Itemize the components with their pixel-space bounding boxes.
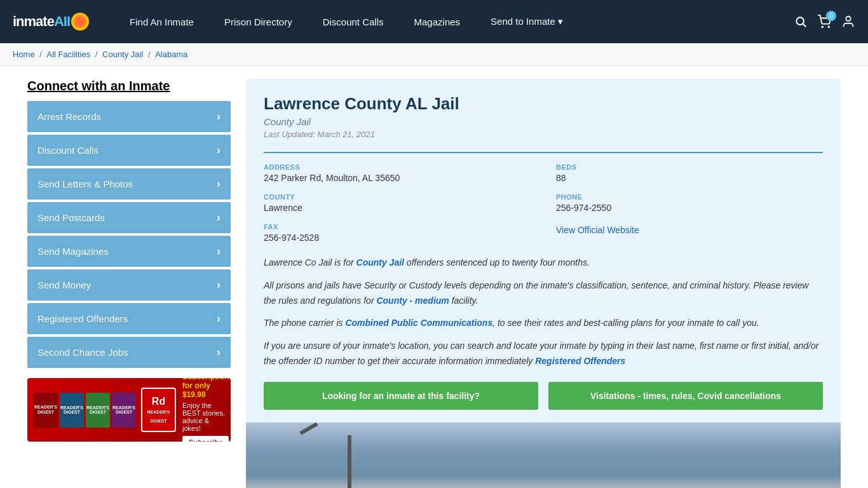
ad-title: 1 Year Subscription for only $19.98 bbox=[182, 378, 229, 399]
sidebar-menu: Arrest Records › Discount Calls › Send L… bbox=[27, 101, 231, 368]
sidebar-arrow-icon: › bbox=[217, 144, 220, 157]
sidebar-item-label: Second Chance Jobs bbox=[37, 347, 128, 358]
sidebar-advertisement: READER'SDIGEST READER'SDIGEST READER'SDI… bbox=[27, 378, 231, 442]
facility-subtitle: County Jail bbox=[264, 116, 823, 127]
find-inmate-button[interactable]: Looking for an inmate at this facility? bbox=[264, 382, 538, 410]
official-website-link[interactable]: View Official Website bbox=[556, 225, 639, 235]
cart-badge: 0 bbox=[826, 11, 836, 21]
ad-subscribe-button[interactable]: Subscribe Now bbox=[182, 436, 229, 442]
ad-description: Enjoy the BEST stories, advice & jokes! bbox=[182, 402, 229, 432]
nav-prison-directory[interactable]: Prison Directory bbox=[209, 0, 308, 43]
sidebar-arrow-icon: › bbox=[217, 346, 220, 359]
sidebar-item-send-letters[interactable]: Send Letters & Photos › bbox=[27, 168, 231, 200]
facility-last-updated: Last Updated: March 21, 2021 bbox=[264, 130, 823, 139]
breadcrumb-sep-2: / bbox=[95, 50, 100, 59]
breadcrumb: Home / All Facilities / County Jail / Al… bbox=[0, 43, 868, 66]
nav-magazines[interactable]: Magazines bbox=[399, 0, 476, 43]
cart-button[interactable]: 0 bbox=[817, 15, 831, 29]
sidebar-item-discount-calls[interactable]: Discount Calls › bbox=[27, 135, 231, 166]
ad-rd-logo: RdREADER'SDIGEST bbox=[141, 388, 176, 432]
phone-label: PHONE bbox=[556, 193, 823, 201]
photo-arm bbox=[300, 423, 318, 435]
sidebar-arrow-icon: › bbox=[217, 278, 220, 292]
user-icon bbox=[841, 15, 855, 29]
desc-para-2: All prisons and jails have Security or C… bbox=[264, 278, 823, 309]
logo[interactable]: inmateAII bbox=[13, 13, 89, 30]
beds-label: BEDS bbox=[556, 163, 823, 171]
sidebar-item-label: Send Postcards bbox=[37, 212, 105, 223]
detail-website: View Official Website bbox=[556, 223, 823, 243]
svg-point-2 bbox=[822, 26, 823, 27]
county-jail-link[interactable]: County Jail bbox=[356, 257, 404, 268]
sidebar-item-send-postcards[interactable]: Send Postcards › bbox=[27, 202, 231, 233]
photo-pole bbox=[348, 435, 351, 488]
sidebar-item-label: Arrest Records bbox=[37, 111, 101, 122]
sidebar-item-label: Discount Calls bbox=[37, 145, 98, 156]
sidebar-arrow-icon: › bbox=[217, 110, 220, 123]
breadcrumb-sep-1: / bbox=[39, 50, 44, 59]
search-button[interactable] bbox=[794, 15, 807, 28]
facility-details-grid: ADDRESS 242 Parker Rd, Moulton, AL 35650… bbox=[264, 152, 823, 243]
svg-point-0 bbox=[796, 17, 804, 25]
logo-icon bbox=[71, 13, 89, 30]
phone-carrier-link[interactable]: Combined Public Communications bbox=[345, 318, 492, 328]
breadcrumb-county-jail[interactable]: County Jail bbox=[102, 50, 143, 59]
navbar: inmateAII Find An Inmate Prison Director… bbox=[0, 0, 868, 43]
svg-point-3 bbox=[828, 26, 829, 27]
ad-content: 1 Year Subscription for only $19.98 Enjo… bbox=[182, 378, 229, 442]
ad-cover-2: READER'SDIGEST bbox=[60, 393, 84, 428]
visitations-button[interactable]: Visitations - times, rules, Covid cancel… bbox=[548, 382, 823, 410]
desc-para-3: The phone carrier is Combined Public Com… bbox=[264, 316, 823, 331]
sidebar-item-second-chance-jobs[interactable]: Second Chance Jobs › bbox=[27, 337, 231, 368]
address-label: ADDRESS bbox=[264, 163, 531, 171]
sidebar-item-arrest-records[interactable]: Arrest Records › bbox=[27, 101, 231, 132]
nav-discount-calls[interactable]: Discount Calls bbox=[308, 0, 399, 43]
facility-photo bbox=[246, 423, 841, 488]
facility-title: Lawrence County AL Jail bbox=[264, 94, 823, 114]
main-container: Connect with an Inmate Arrest Records › … bbox=[15, 66, 853, 488]
website-value: View Official Website bbox=[556, 225, 823, 235]
nav-icons: 0 bbox=[794, 15, 855, 29]
nav-send-to-inmate[interactable]: Send to Inmate ▾ bbox=[475, 0, 578, 43]
county-value: Lawrence bbox=[264, 203, 531, 213]
ad-cover-3: READER'SDIGEST bbox=[86, 393, 110, 428]
ad-cover-4: READER'SDIGEST bbox=[112, 393, 136, 428]
sidebar-arrow-icon: › bbox=[217, 245, 220, 258]
logo-all: AII bbox=[54, 13, 70, 29]
breadcrumb-all-facilities[interactable]: All Facilities bbox=[47, 50, 91, 59]
county-medium-link[interactable]: County - medium bbox=[376, 295, 449, 306]
detail-fax: FAX 256-974-2528 bbox=[264, 223, 531, 243]
beds-value: 88 bbox=[556, 173, 823, 183]
breadcrumb-home[interactable]: Home bbox=[13, 50, 35, 59]
user-button[interactable] bbox=[841, 15, 855, 29]
ad-logo-abbr: Rd bbox=[152, 396, 165, 407]
sidebar-arrow-icon: › bbox=[217, 312, 220, 325]
breadcrumb-alabama[interactable]: Alabama bbox=[155, 50, 187, 59]
sidebar-item-label: Registered Offenders bbox=[37, 313, 128, 324]
ad-logo-line1: READER'S bbox=[147, 410, 170, 414]
registered-offenders-link[interactable]: Registered Offenders bbox=[535, 356, 625, 366]
nav-links: Find An Inmate Prison Directory Discount… bbox=[114, 0, 794, 43]
address-value: 242 Parker Rd, Moulton, AL 35650 bbox=[264, 173, 531, 183]
ad-cover-1: READER'SDIGEST bbox=[34, 393, 58, 428]
content-area: Lawrence County AL Jail County Jail Last… bbox=[246, 79, 841, 488]
phone-value: 256-974-2550 bbox=[556, 203, 823, 213]
sidebar-title: Connect with an Inmate bbox=[27, 79, 231, 93]
svg-line-1 bbox=[803, 24, 806, 27]
sidebar-item-registered-offenders[interactable]: Registered Offenders › bbox=[27, 303, 231, 334]
sidebar-arrow-icon: › bbox=[217, 177, 220, 191]
fax-label: FAX bbox=[264, 223, 531, 231]
detail-county: COUNTY Lawrence bbox=[264, 193, 531, 213]
facility-card: Lawrence County AL Jail County Jail Last… bbox=[246, 79, 841, 423]
logo-inmate: inmate bbox=[13, 13, 54, 29]
detail-address: ADDRESS 242 Parker Rd, Moulton, AL 35650 bbox=[264, 163, 531, 183]
action-buttons: Looking for an inmate at this facility? … bbox=[264, 382, 823, 410]
sidebar-item-send-magazines[interactable]: Send Magazines › bbox=[27, 236, 231, 267]
sidebar: Connect with an Inmate Arrest Records › … bbox=[27, 79, 231, 488]
svg-point-4 bbox=[846, 17, 850, 21]
breadcrumb-sep-3: / bbox=[148, 50, 153, 59]
desc-para-1: Lawrence Co Jail is for County Jail offe… bbox=[264, 255, 823, 271]
sidebar-item-send-money[interactable]: Send Money › bbox=[27, 269, 231, 301]
nav-find-inmate[interactable]: Find An Inmate bbox=[114, 0, 209, 43]
sidebar-item-label: Send Letters & Photos bbox=[37, 179, 133, 189]
